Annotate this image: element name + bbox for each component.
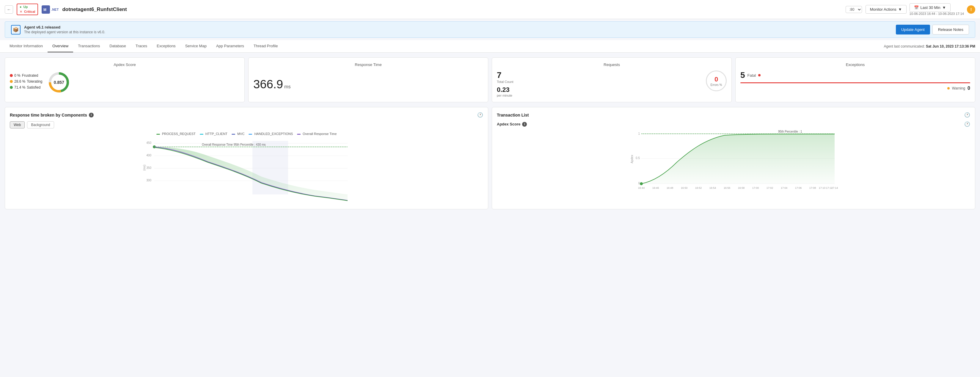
chevron-down-icon: ▼ bbox=[898, 7, 902, 11]
apdex-donut: 0.857 bbox=[47, 70, 71, 94]
errors-num: 0 bbox=[714, 76, 718, 83]
http-client-color bbox=[200, 134, 204, 135]
response-chart-title: Response time broken by Components i bbox=[10, 113, 94, 118]
legend-process-request: PROCESS_REQUEST bbox=[156, 132, 196, 135]
alert-icon[interactable]: ! bbox=[967, 5, 975, 14]
nav-tabs: Monitor Information Overview Transaction… bbox=[0, 40, 980, 52]
tab-traces[interactable]: Traces bbox=[131, 40, 152, 52]
dotnet-logo: M .NET bbox=[41, 5, 59, 14]
tab-exceptions[interactable]: Exceptions bbox=[152, 40, 180, 52]
apdex-history-icon[interactable]: 🕐 bbox=[964, 121, 970, 127]
process-request-color bbox=[156, 134, 160, 135]
overall-response-color bbox=[297, 134, 301, 135]
svg-text:16:48: 16:48 bbox=[667, 186, 673, 189]
time-range-label: Last 30 Min bbox=[921, 5, 940, 10]
tab-service-map[interactable]: Service Map bbox=[180, 40, 212, 52]
transaction-chart-clock-icon[interactable]: 🕐 bbox=[964, 112, 970, 118]
fatal-label: Fatal bbox=[748, 73, 756, 78]
apdex-title: Apdex Score bbox=[10, 62, 240, 67]
svg-text:350: 350 bbox=[146, 166, 151, 169]
exception-line bbox=[740, 82, 970, 83]
requests-rate: 0.23 bbox=[497, 86, 514, 94]
response-chart-clock-icon[interactable]: 🕐 bbox=[477, 112, 483, 118]
monitor-name: dotnetagent6_RunfstClient bbox=[62, 6, 842, 13]
fatal-dot-icon bbox=[758, 74, 760, 76]
requests-content: 7 Total Count 0.23 per minute 0 Errors % bbox=[497, 70, 727, 97]
transaction-chart-card: Transaction List 🕐 Apdex Score i 🕐 1 0.5… bbox=[492, 107, 975, 209]
percentile-label: Overall Response Time 95th Percentile : … bbox=[202, 143, 266, 146]
apdex-content: 0 % Frustrated 28.6 % Tolerating 71.4 % … bbox=[10, 70, 240, 94]
svg-text:1: 1 bbox=[638, 132, 640, 135]
warning-row: Warning 0 bbox=[740, 86, 970, 91]
agent-banner: 📦 Agent v6.1 released The deployed agent… bbox=[5, 21, 975, 38]
requests-rate-label: per minute bbox=[497, 94, 514, 97]
banner-subtitle: The deployed agent version at this insta… bbox=[24, 30, 105, 34]
agent-comm-time: Sat Jun 10, 2023 17:13:36 PM bbox=[926, 44, 975, 48]
satisfied-item: 71.4 % Satisfied bbox=[10, 85, 42, 89]
response-value: 366.9 bbox=[253, 78, 283, 91]
tab-database[interactable]: Database bbox=[105, 40, 131, 52]
svg-text:95th Percentile : 1: 95th Percentile : 1 bbox=[778, 130, 802, 133]
apdex-legend: 0 % Frustrated 28.6 % Tolerating 71.4 % … bbox=[10, 73, 42, 91]
status-critical-label: Critical bbox=[24, 10, 35, 13]
port-selector[interactable]: :80 bbox=[846, 6, 862, 13]
warning-label: Warning bbox=[952, 86, 965, 91]
banner-left: 📦 Agent v6.1 released The deployed agent… bbox=[11, 25, 105, 35]
svg-text:17:06: 17:06 bbox=[795, 186, 802, 189]
svg-text:16:56: 16:56 bbox=[724, 186, 730, 189]
svg-text:16:54: 16:54 bbox=[710, 186, 716, 189]
svg-point-25 bbox=[640, 182, 643, 185]
update-agent-button[interactable]: Update Agent bbox=[896, 25, 930, 35]
status-badge: ● Up ✕ Critical bbox=[17, 3, 38, 15]
svg-text:17:02: 17:02 bbox=[767, 186, 773, 189]
svg-text:17:14: 17:14 bbox=[831, 186, 838, 189]
status-critical-row: ✕ Critical bbox=[20, 10, 35, 14]
exceptions-content: 5 Fatal Warning 0 bbox=[740, 70, 970, 91]
response-chart-info-icon[interactable]: i bbox=[89, 113, 94, 118]
monitor-actions-button[interactable]: Monitor Actions ▼ bbox=[865, 5, 907, 14]
tab-overview[interactable]: Overview bbox=[48, 40, 73, 52]
svg-text:M: M bbox=[43, 8, 46, 12]
header: ← ● Up ✕ Critical M .NET dotnetagent6_Ru… bbox=[0, 0, 980, 19]
svg-text:0: 0 bbox=[638, 182, 640, 185]
tolerating-item: 28.6 % Tolerating bbox=[10, 80, 42, 84]
banner-text: Agent v6.1 released The deployed agent v… bbox=[24, 25, 105, 34]
svg-text:300: 300 bbox=[146, 179, 151, 182]
exceptions-title: Exceptions bbox=[740, 62, 970, 67]
response-chart-card: Response time broken by Components i 🕐 W… bbox=[5, 107, 488, 209]
svg-text:16:44: 16:44 bbox=[638, 186, 645, 189]
monitor-actions-label: Monitor Actions bbox=[870, 7, 896, 11]
handled-exceptions-color bbox=[248, 134, 252, 135]
main-content: Apdex Score 0 % Frustrated 28.6 % Tolera… bbox=[0, 52, 980, 214]
header-right: Monitor Actions ▼ 📅 Last 30 Min ▼ 10-06-… bbox=[865, 3, 975, 16]
background-tab-button[interactable]: Background bbox=[27, 121, 54, 129]
agent-comm: Agent last communicated: Sat Jun 10, 202… bbox=[884, 41, 975, 52]
tolerating-label: Tolerating bbox=[27, 80, 42, 84]
apdex-score-value: 0.857 bbox=[54, 80, 64, 85]
frustrated-pct: 0 % bbox=[14, 73, 21, 78]
tab-thread-profile[interactable]: Thread Profile bbox=[249, 40, 283, 52]
tab-monitor-information[interactable]: Monitor Information bbox=[5, 40, 48, 52]
apdex-info-icon[interactable]: i bbox=[522, 122, 527, 127]
response-chart-legend: PROCESS_REQUEST HTTP_CLIENT MVC HANDLED_… bbox=[10, 132, 483, 135]
svg-text:16:52: 16:52 bbox=[695, 186, 702, 189]
release-notes-button[interactable]: Release Notes bbox=[932, 25, 969, 35]
requests-left: 7 Total Count 0.23 per minute bbox=[497, 70, 514, 97]
legend-overall-response: Overall Response Time bbox=[297, 132, 337, 135]
svg-text:400: 400 bbox=[146, 154, 151, 157]
back-button[interactable]: ← bbox=[5, 5, 13, 14]
satisfied-label: Satisfied bbox=[27, 85, 40, 89]
svg-text:17:04: 17:04 bbox=[781, 186, 788, 189]
tab-transactions[interactable]: Transactions bbox=[73, 40, 105, 52]
banner-right: Update Agent Release Notes bbox=[896, 25, 969, 35]
fatal-row: 5 Fatal bbox=[740, 70, 970, 80]
time-range-button[interactable]: 📅 Last 30 Min ▼ bbox=[910, 3, 951, 12]
apdex-chart-area: 1 0.5 0 Apdex 95th Percentile : 1 bbox=[497, 129, 970, 196]
tab-app-parameters[interactable]: App Parameters bbox=[212, 40, 249, 52]
warning-num: 0 bbox=[967, 86, 970, 91]
legend-handled-exceptions: HANDLED_EXCEPTIONS bbox=[248, 132, 293, 135]
requests-title: Requests bbox=[497, 62, 727, 67]
svg-text:16:50: 16:50 bbox=[681, 186, 688, 189]
web-tab-button[interactable]: Web bbox=[10, 121, 25, 129]
response-unit: ms bbox=[284, 84, 291, 89]
